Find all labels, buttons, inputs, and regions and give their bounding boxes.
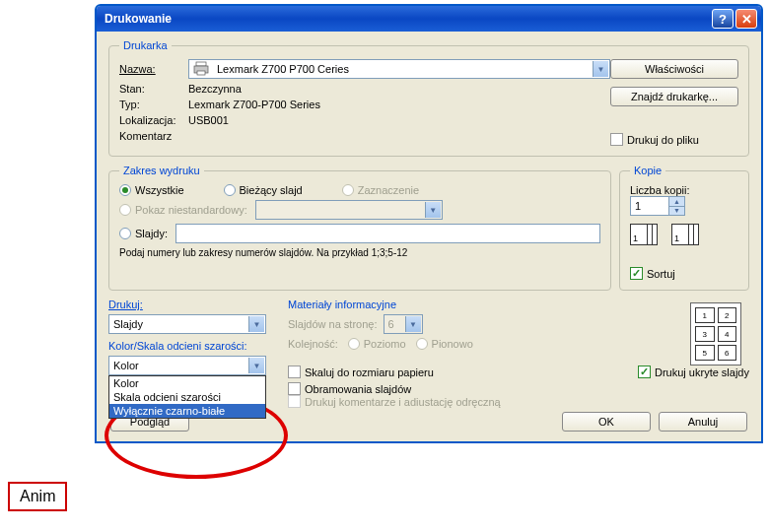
svg-rect-0 xyxy=(196,62,206,66)
radio-selection: Zaznaczenie xyxy=(342,184,419,196)
chevron-down-icon: ▼ xyxy=(405,316,421,332)
cancel-button[interactable]: Anuluj xyxy=(659,412,747,432)
name-label: Nazwa: xyxy=(119,63,188,75)
chevron-down-icon: ▼ xyxy=(425,202,441,218)
collate-icon: 321 xyxy=(630,224,665,259)
titlebar: Drukowanie ? ✕ xyxy=(97,6,761,32)
spin-up-icon[interactable]: ▲ xyxy=(668,197,684,207)
ok-button[interactable]: OK xyxy=(562,412,651,432)
spin-down-icon[interactable]: ▼ xyxy=(668,207,684,216)
scale-check[interactable]: Skaluj do rozmiaru papieru xyxy=(288,366,434,378)
printer-legend: Drukarka xyxy=(119,39,172,51)
printer-name-value: Lexmark Z700 P700 Ceries xyxy=(217,63,349,75)
type-value: Lexmark Z700-P700 Series xyxy=(188,99,320,110)
per-page-label: Slajdów na stronę: xyxy=(288,318,378,330)
range-group: Zakres wydruku Wszystkie Bieżący slajd Z… xyxy=(108,165,611,291)
radio-custom: Pokaz niestandardowy: xyxy=(119,204,247,216)
checkbox-icon xyxy=(288,366,301,378)
copies-spinner[interactable]: ▲▼ xyxy=(630,196,685,216)
printer-icon xyxy=(193,61,211,77)
where-label: Lokalizacja: xyxy=(119,114,188,126)
handouts-label: Materiały informacyjne xyxy=(288,299,749,310)
printwhat-label: Drukuj: xyxy=(108,299,276,310)
radio-slides[interactable]: Slajdy: xyxy=(119,228,168,239)
custom-show-select: ▼ xyxy=(255,200,443,220)
handout-preview-icon: 12 34 56 xyxy=(690,302,741,366)
printer-select[interactable]: Lexmark Z700 P700 Ceries ▼ xyxy=(188,59,610,79)
range-hint: Podaj numery lub zakresy numerów slajdów… xyxy=(119,247,600,258)
help-icon[interactable]: ? xyxy=(712,9,734,29)
hidden-check[interactable]: ✓Drukuj ukryte slajdy xyxy=(638,366,749,378)
close-icon[interactable]: ✕ xyxy=(735,9,757,29)
copies-label: Liczba kopii: xyxy=(630,184,690,196)
radio-horizontal: Poziomo xyxy=(348,338,406,350)
copies-input[interactable] xyxy=(631,197,668,215)
window-title: Drukowanie xyxy=(105,12,710,26)
chevron-down-icon: ▼ xyxy=(248,358,264,373)
comment-label: Komentarz xyxy=(119,130,188,142)
svg-rect-2 xyxy=(197,71,205,75)
radio-vertical: Pionowo xyxy=(416,338,473,350)
checkbox-icon xyxy=(288,382,301,395)
per-page-select: 6▼ xyxy=(384,314,423,334)
type-label: Typ: xyxy=(119,99,188,110)
status-value: Bezczynna xyxy=(188,83,242,95)
copies-group: Kopie Liczba kopii: ▲▼ 321 321 ✓ Sortu xyxy=(619,165,749,291)
chevron-down-icon: ▼ xyxy=(593,61,608,77)
checkbox-icon xyxy=(610,133,623,146)
color-option-gray[interactable]: Skala odcieni szarości xyxy=(109,390,265,404)
radio-current[interactable]: Bieżący slajd xyxy=(224,184,303,196)
color-dropdown-list[interactable]: Kolor Skala odcieni szarości Wyłącznie c… xyxy=(108,375,266,419)
slides-input[interactable] xyxy=(175,224,600,243)
color-option-bw[interactable]: Wyłącznie czarno-białe xyxy=(109,404,265,418)
color-option-kolor[interactable]: Kolor xyxy=(109,376,265,390)
where-value: USB001 xyxy=(188,114,229,126)
checkbox-checked-icon: ✓ xyxy=(638,366,651,378)
collate-icon: 321 xyxy=(671,224,707,259)
find-printer-button[interactable]: Znajdź drukarkę... xyxy=(610,87,738,106)
anim-label: Anim xyxy=(8,482,67,511)
collate-check[interactable]: ✓ Sortuj xyxy=(630,267,738,280)
checkbox-checked-icon: ✓ xyxy=(630,267,643,280)
print-to-file-check[interactable]: Drukuj do pliku xyxy=(610,133,738,146)
radio-all[interactable]: Wszystkie xyxy=(119,184,184,196)
properties-button[interactable]: Właściwości xyxy=(610,59,738,79)
print-dialog: Drukowanie ? ✕ Drukarka Nazwa: Lexmark Z… xyxy=(95,4,763,443)
order-label: Kolejność: xyxy=(288,338,338,350)
chevron-down-icon: ▼ xyxy=(248,316,264,332)
printwhat-select[interactable]: Slajdy▼ xyxy=(108,314,266,334)
frame-check[interactable]: Obramowania slajdów xyxy=(288,382,749,395)
color-label: Kolor/Skala odcieni szarości: xyxy=(108,340,276,352)
printer-group: Drukarka Nazwa: Lexmark Z700 P700 Ceries… xyxy=(108,39,749,157)
copies-legend: Kopie xyxy=(630,165,665,176)
status-label: Stan: xyxy=(119,83,188,95)
color-select[interactable]: Kolor▼ xyxy=(108,356,266,375)
range-legend: Zakres wydruku xyxy=(119,165,204,176)
comments-check: Drukuj komentarze i adiustację odręczną xyxy=(288,395,749,408)
checkbox-icon xyxy=(288,395,301,408)
